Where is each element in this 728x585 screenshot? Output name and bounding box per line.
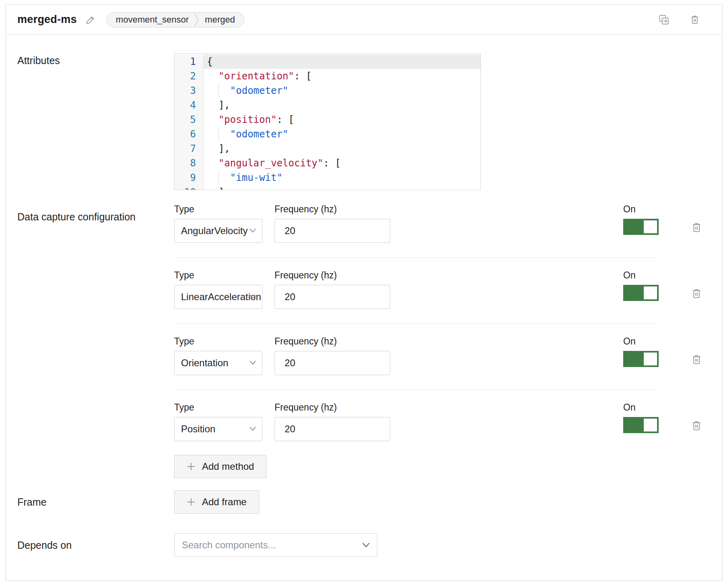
line-number: 4 <box>175 98 204 112</box>
data-capture-label: Data capture configuration <box>17 204 174 224</box>
add-method-button[interactable]: Add method <box>174 455 266 478</box>
data-capture-row: Type Orientation Frequency (hz) On <box>174 336 703 375</box>
frequency-label: Frequency (hz) <box>275 270 390 281</box>
capture-toggle[interactable] <box>623 417 659 433</box>
delete-method-button[interactable] <box>691 287 703 299</box>
line-number: 2 <box>175 69 204 83</box>
frequency-label: Frequency (hz) <box>275 402 390 413</box>
delete-method-button[interactable] <box>691 221 703 233</box>
component-card: merged-ms movement_sensor merged <box>6 4 722 581</box>
plus-icon <box>187 462 196 471</box>
type-select[interactable]: Position <box>174 417 262 441</box>
trash-icon <box>691 419 703 431</box>
code-line-content: "orientation": [ <box>204 69 480 83</box>
code-line-content: "imu-wit" <box>204 170 480 185</box>
row-separator <box>174 257 658 258</box>
depends-on-section: Depends on <box>6 533 722 557</box>
attributes-code-editor[interactable]: 1 { 2 "orientation": [ 3 "odometer" 4 ],… <box>174 53 481 190</box>
code-line: 5 "position": [ <box>175 112 480 127</box>
type-select[interactable]: Orientation <box>174 351 262 375</box>
frequency-input[interactable] <box>275 417 390 441</box>
code-line: 6 "odometer" <box>175 127 480 141</box>
code-line: 4 ], <box>175 98 480 112</box>
data-capture-section: Data capture configuration Type AngularV… <box>6 204 722 478</box>
chevron-down-icon <box>249 228 256 233</box>
type-select-value: AngularVelocity <box>181 225 248 236</box>
component-header: merged-ms movement_sensor merged <box>6 4 722 35</box>
line-number: 9 <box>175 170 204 185</box>
line-number: 7 <box>175 141 204 156</box>
indent-guide <box>218 83 219 98</box>
search-components-input[interactable] <box>174 533 377 557</box>
chevron-down-icon <box>362 542 370 548</box>
capture-toggle[interactable] <box>623 285 659 301</box>
data-capture-row: Type Position Frequency (hz) On <box>174 402 703 441</box>
trash-icon <box>689 14 700 25</box>
code-line: 7 ], <box>175 141 480 156</box>
on-label: On <box>623 402 659 413</box>
breadcrumb-variant: merged <box>205 15 235 25</box>
code-line-content: "angular_velocity": [ <box>204 156 480 170</box>
indent-guide <box>218 127 219 141</box>
on-label: On <box>623 270 659 281</box>
line-number: 6 <box>175 127 204 141</box>
delete-component-button[interactable] <box>689 14 700 25</box>
indent-guide <box>218 170 219 185</box>
on-label: On <box>623 204 659 215</box>
type-select[interactable]: AngularVelocity <box>174 219 262 243</box>
delete-method-button[interactable] <box>691 419 703 431</box>
toggle-knob <box>644 220 657 233</box>
type-select[interactable]: LinearAcceleration <box>174 285 262 309</box>
rename-button[interactable] <box>85 15 96 25</box>
chevron-down-icon <box>249 294 256 299</box>
type-label: Type <box>174 204 262 215</box>
code-line-content: "position": [ <box>204 112 480 127</box>
code-line-content: ] <box>204 185 480 190</box>
code-line-content: "odometer" <box>204 83 480 98</box>
depends-on-select[interactable] <box>174 533 377 557</box>
trash-icon <box>691 287 703 299</box>
code-line-content: ], <box>204 141 480 156</box>
type-select-value: Position <box>181 423 215 435</box>
add-frame-button[interactable]: Add frame <box>174 490 259 514</box>
data-capture-row: Type LinearAcceleration Frequency (hz) O… <box>174 270 703 309</box>
trash-icon <box>691 221 703 233</box>
row-separator <box>174 324 658 324</box>
frequency-input[interactable] <box>275 219 390 243</box>
frequency-input[interactable] <box>275 285 390 309</box>
code-line: 10 ] <box>175 185 480 190</box>
toggle-knob <box>644 419 657 431</box>
code-line-content: ], <box>204 98 480 112</box>
code-line: 8 "angular_velocity": [ <box>175 156 480 170</box>
type-label: Type <box>174 402 262 413</box>
line-number: 3 <box>175 83 204 98</box>
type-label: Type <box>174 336 262 347</box>
row-separator <box>174 390 658 390</box>
code-line: 2 "orientation": [ <box>175 69 480 83</box>
breadcrumb-divider-icon <box>194 13 199 27</box>
toggle-knob <box>644 353 657 365</box>
code-line-content: "odometer" <box>204 127 480 141</box>
chevron-down-icon <box>249 360 256 365</box>
duplicate-button[interactable] <box>658 14 670 26</box>
frequency-label: Frequency (hz) <box>275 336 390 347</box>
delete-method-button[interactable] <box>691 353 703 365</box>
chevron-down-icon <box>249 426 256 431</box>
type-select-value: Orientation <box>181 357 228 369</box>
capture-toggle[interactable] <box>623 351 659 367</box>
breadcrumb: movement_sensor merged <box>106 12 244 27</box>
frequency-label: Frequency (hz) <box>275 204 390 215</box>
code-line: 1 { <box>175 54 480 69</box>
attributes-section: Attributes 1 { 2 "orientation": [ 3 "odo… <box>6 53 722 190</box>
line-number: 8 <box>175 156 204 170</box>
add-frame-label: Add frame <box>202 496 247 508</box>
capture-toggle[interactable] <box>623 219 659 235</box>
pencil-icon <box>85 15 96 25</box>
attributes-label: Attributes <box>17 53 174 68</box>
code-line: 9 "imu-wit" <box>175 170 480 185</box>
breadcrumb-model: movement_sensor <box>116 15 189 25</box>
trash-icon <box>691 353 703 365</box>
line-number: 5 <box>175 112 204 127</box>
frequency-input[interactable] <box>275 351 390 375</box>
type-label: Type <box>174 270 262 281</box>
